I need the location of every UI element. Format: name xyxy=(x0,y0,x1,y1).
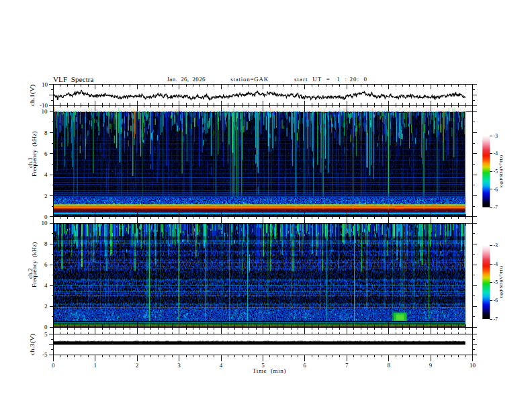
svg-text:-3: -3 xyxy=(494,133,498,139)
svg-text:2: 2 xyxy=(136,362,139,369)
svg-text:8: 8 xyxy=(387,362,390,369)
svg-text:10: 10 xyxy=(42,81,48,88)
svg-text:9: 9 xyxy=(429,362,433,369)
svg-text:4: 4 xyxy=(220,362,223,369)
svg-text:4: 4 xyxy=(44,282,48,289)
svg-text:10: 10 xyxy=(470,362,476,369)
svg-text:station=GAK: station=GAK xyxy=(230,76,269,83)
svg-text:4: 4 xyxy=(44,171,48,178)
svg-text:-7: -7 xyxy=(494,316,498,322)
svg-text:2: 2 xyxy=(44,303,48,310)
svg-text:-5: -5 xyxy=(494,279,498,285)
svg-text:-5: -5 xyxy=(42,351,48,358)
svg-text:7: 7 xyxy=(345,362,349,369)
svg-text:10: 10 xyxy=(42,220,48,226)
svg-text:2: 2 xyxy=(44,193,48,199)
svg-text:ch.3(V): ch.3(V) xyxy=(29,334,36,356)
svg-text:-4: -4 xyxy=(494,150,498,156)
svg-text:log(PSD)(V2/Hz): log(PSD)(V2/Hz) xyxy=(498,154,504,187)
svg-text:log(PSD)(V2/Hz): log(PSD)(V2/Hz) xyxy=(498,265,504,298)
svg-text:VLF Spectra: VLF Spectra xyxy=(53,75,94,83)
svg-text:Frequency (kHz): Frequency (kHz) xyxy=(31,242,38,287)
svg-text:-5: -5 xyxy=(494,169,498,175)
svg-text:1: 1 xyxy=(93,362,97,369)
svg-text:8: 8 xyxy=(44,240,48,247)
svg-text:0: 0 xyxy=(52,362,55,369)
svg-text:ch.1(V): ch.1(V) xyxy=(29,84,36,106)
svg-text:10: 10 xyxy=(42,108,48,115)
svg-text:6: 6 xyxy=(44,261,48,268)
svg-text:-3: -3 xyxy=(494,242,498,248)
svg-text:Frequency (kHz): Frequency (kHz) xyxy=(31,131,38,177)
svg-text:-6: -6 xyxy=(494,187,498,193)
svg-text:-4: -4 xyxy=(494,261,498,267)
svg-text:Jan. 26, 2026: Jan. 26, 2026 xyxy=(167,76,206,83)
svg-text:Time (min): Time (min) xyxy=(253,367,286,374)
svg-text:6: 6 xyxy=(304,362,307,369)
svg-text:start UT = 1 : 20: 0: start UT = 1 : 20: 0 xyxy=(294,76,367,83)
svg-text:-6: -6 xyxy=(494,298,498,304)
svg-text:3: 3 xyxy=(177,362,181,369)
svg-text:5: 5 xyxy=(44,331,48,338)
svg-text:-7: -7 xyxy=(494,204,498,210)
svg-text:6: 6 xyxy=(44,150,48,157)
svg-text:0: 0 xyxy=(44,324,48,330)
svg-text:8: 8 xyxy=(44,130,48,136)
